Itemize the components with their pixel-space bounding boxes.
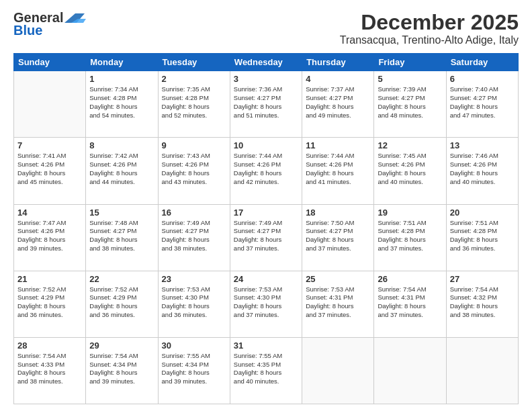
day-number: 2 <box>162 74 226 84</box>
day-info: Sunrise: 7:46 AMSunset: 4:26 PMDaylight:… <box>450 152 515 186</box>
day-info: Sunrise: 7:35 AMSunset: 4:28 PMDaylight:… <box>162 85 226 120</box>
day-info: Sunrise: 7:55 AMSunset: 4:35 PMDaylight:… <box>234 352 298 386</box>
calendar-cell: 7Sunrise: 7:41 AMSunset: 4:26 PMDaylight… <box>14 138 86 204</box>
calendar-cell: 31Sunrise: 7:55 AMSunset: 4:35 PMDayligh… <box>230 337 302 404</box>
calendar-cell: 20Sunrise: 7:51 AMSunset: 4:28 PMDayligh… <box>446 204 518 271</box>
day-number: 3 <box>234 74 298 84</box>
day-number: 30 <box>162 340 226 351</box>
day-number: 27 <box>450 274 515 284</box>
calendar-cell: 28Sunrise: 7:54 AMSunset: 4:33 PMDayligh… <box>14 337 86 404</box>
calendar-cell: 17Sunrise: 7:49 AMSunset: 4:27 PMDayligh… <box>230 204 302 271</box>
day-number: 15 <box>89 208 154 218</box>
day-header-sunday: Sunday <box>14 54 86 71</box>
day-number: 8 <box>89 140 154 150</box>
day-info: Sunrise: 7:54 AMSunset: 4:32 PMDaylight:… <box>450 285 515 320</box>
day-header-friday: Friday <box>374 54 446 71</box>
calendar-cell: 23Sunrise: 7:53 AMSunset: 4:30 PMDayligh… <box>158 271 230 337</box>
day-number: 17 <box>234 208 298 218</box>
day-info: Sunrise: 7:51 AMSunset: 4:28 PMDaylight:… <box>450 219 515 253</box>
day-header-saturday: Saturday <box>446 54 518 71</box>
day-number: 14 <box>17 208 82 218</box>
calendar-week-row: 21Sunrise: 7:52 AMSunset: 4:29 PMDayligh… <box>14 271 519 337</box>
calendar-cell: 18Sunrise: 7:50 AMSunset: 4:27 PMDayligh… <box>302 204 374 271</box>
calendar-cell <box>14 71 86 138</box>
day-info: Sunrise: 7:54 AMSunset: 4:34 PMDaylight:… <box>89 352 154 386</box>
calendar-cell: 24Sunrise: 7:53 AMSunset: 4:30 PMDayligh… <box>230 271 302 337</box>
day-info: Sunrise: 7:42 AMSunset: 4:26 PMDaylight:… <box>89 152 154 186</box>
header: General Blue December 2025 Transacqua, T… <box>13 11 519 46</box>
day-info: Sunrise: 7:55 AMSunset: 4:34 PMDaylight:… <box>162 352 226 386</box>
logo-blue-text: Blue <box>13 23 42 38</box>
day-number: 22 <box>89 274 154 284</box>
day-info: Sunrise: 7:51 AMSunset: 4:28 PMDaylight:… <box>378 219 442 253</box>
logo-text: General <box>13 11 63 24</box>
day-info: Sunrise: 7:52 AMSunset: 4:29 PMDaylight:… <box>17 285 82 320</box>
calendar-cell: 25Sunrise: 7:53 AMSunset: 4:31 PMDayligh… <box>302 271 374 337</box>
calendar-cell: 2Sunrise: 7:35 AMSunset: 4:28 PMDaylight… <box>158 71 230 138</box>
day-info: Sunrise: 7:53 AMSunset: 4:30 PMDaylight:… <box>162 285 226 320</box>
calendar-cell: 12Sunrise: 7:45 AMSunset: 4:26 PMDayligh… <box>374 138 446 204</box>
calendar-week-row: 1Sunrise: 7:34 AMSunset: 4:28 PMDaylight… <box>14 71 519 138</box>
day-number: 10 <box>234 140 298 150</box>
logo: General Blue <box>13 11 86 38</box>
day-header-thursday: Thursday <box>302 54 374 71</box>
day-number: 6 <box>450 74 515 84</box>
day-number: 5 <box>378 74 442 84</box>
day-number: 21 <box>17 274 82 284</box>
calendar-cell: 9Sunrise: 7:43 AMSunset: 4:26 PMDaylight… <box>158 138 230 204</box>
calendar-cell: 26Sunrise: 7:54 AMSunset: 4:31 PMDayligh… <box>374 271 446 337</box>
calendar-cell: 1Sunrise: 7:34 AMSunset: 4:28 PMDaylight… <box>86 71 158 138</box>
day-number: 24 <box>234 274 298 284</box>
day-number: 28 <box>17 340 82 351</box>
day-number: 19 <box>378 208 442 218</box>
calendar-cell: 27Sunrise: 7:54 AMSunset: 4:32 PMDayligh… <box>446 271 518 337</box>
calendar-week-row: 14Sunrise: 7:47 AMSunset: 4:26 PMDayligh… <box>14 204 519 271</box>
calendar-table: SundayMondayTuesdayWednesdayThursdayFrid… <box>13 53 519 404</box>
day-number: 31 <box>234 340 298 351</box>
calendar-cell: 6Sunrise: 7:40 AMSunset: 4:27 PMDaylight… <box>446 71 518 138</box>
calendar-cell <box>446 337 518 404</box>
day-header-tuesday: Tuesday <box>158 54 230 71</box>
day-info: Sunrise: 7:41 AMSunset: 4:26 PMDaylight:… <box>17 152 82 186</box>
calendar-header-row: SundayMondayTuesdayWednesdayThursdayFrid… <box>14 54 519 71</box>
day-number: 26 <box>378 274 442 284</box>
day-number: 1 <box>89 74 154 84</box>
day-info: Sunrise: 7:53 AMSunset: 4:30 PMDaylight:… <box>234 285 298 320</box>
day-header-monday: Monday <box>86 54 158 71</box>
day-number: 25 <box>306 274 370 284</box>
day-info: Sunrise: 7:54 AMSunset: 4:31 PMDaylight:… <box>378 285 442 320</box>
page: General Blue December 2025 Transacqua, T… <box>0 0 532 411</box>
calendar-cell <box>302 337 374 404</box>
day-info: Sunrise: 7:54 AMSunset: 4:33 PMDaylight:… <box>17 352 82 386</box>
calendar-cell <box>374 337 446 404</box>
calendar-cell: 14Sunrise: 7:47 AMSunset: 4:26 PMDayligh… <box>14 204 86 271</box>
calendar-cell: 22Sunrise: 7:52 AMSunset: 4:29 PMDayligh… <box>86 271 158 337</box>
day-number: 12 <box>378 140 442 150</box>
day-info: Sunrise: 7:53 AMSunset: 4:31 PMDaylight:… <box>306 285 370 320</box>
calendar-cell: 19Sunrise: 7:51 AMSunset: 4:28 PMDayligh… <box>374 204 446 271</box>
day-number: 11 <box>306 140 370 150</box>
day-info: Sunrise: 7:44 AMSunset: 4:26 PMDaylight:… <box>306 152 370 186</box>
calendar-cell: 8Sunrise: 7:42 AMSunset: 4:26 PMDaylight… <box>86 138 158 204</box>
calendar-week-row: 7Sunrise: 7:41 AMSunset: 4:26 PMDaylight… <box>14 138 519 204</box>
day-number: 7 <box>17 140 82 150</box>
day-number: 18 <box>306 208 370 218</box>
calendar-cell: 3Sunrise: 7:36 AMSunset: 4:27 PMDaylight… <box>230 71 302 138</box>
day-info: Sunrise: 7:49 AMSunset: 4:27 PMDaylight:… <box>162 219 226 253</box>
calendar-week-row: 28Sunrise: 7:54 AMSunset: 4:33 PMDayligh… <box>14 337 519 404</box>
day-info: Sunrise: 7:37 AMSunset: 4:27 PMDaylight:… <box>306 85 370 120</box>
day-number: 9 <box>162 140 226 150</box>
calendar-cell: 10Sunrise: 7:44 AMSunset: 4:26 PMDayligh… <box>230 138 302 204</box>
day-info: Sunrise: 7:43 AMSunset: 4:26 PMDaylight:… <box>162 152 226 186</box>
calendar-cell: 30Sunrise: 7:55 AMSunset: 4:34 PMDayligh… <box>158 337 230 404</box>
day-header-wednesday: Wednesday <box>230 54 302 71</box>
title-block: December 2025 Transacqua, Trentino-Alto … <box>340 11 519 46</box>
day-number: 16 <box>162 208 226 218</box>
logo-icon <box>64 11 86 24</box>
day-info: Sunrise: 7:36 AMSunset: 4:27 PMDaylight:… <box>234 85 298 120</box>
day-info: Sunrise: 7:40 AMSunset: 4:27 PMDaylight:… <box>450 85 515 120</box>
calendar-cell: 29Sunrise: 7:54 AMSunset: 4:34 PMDayligh… <box>86 337 158 404</box>
calendar-cell: 5Sunrise: 7:39 AMSunset: 4:27 PMDaylight… <box>374 71 446 138</box>
calendar-cell: 4Sunrise: 7:37 AMSunset: 4:27 PMDaylight… <box>302 71 374 138</box>
day-info: Sunrise: 7:52 AMSunset: 4:29 PMDaylight:… <box>89 285 154 320</box>
